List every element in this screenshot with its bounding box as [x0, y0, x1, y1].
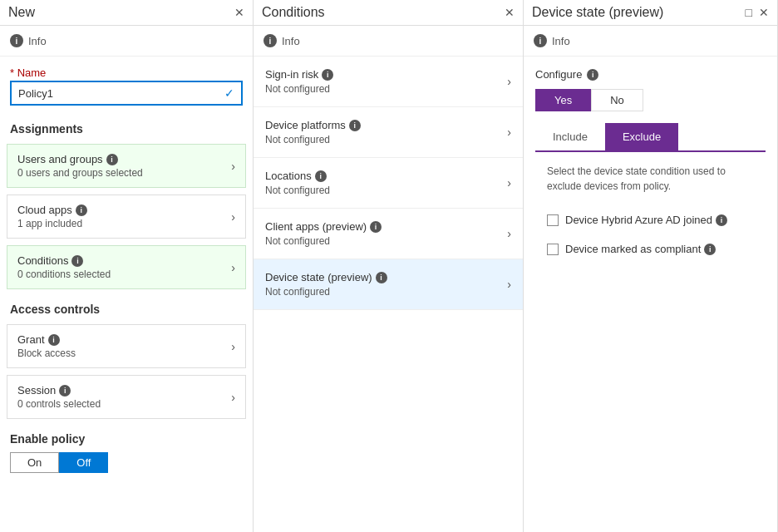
cloud-apps-info-icon[interactable]: i: [76, 204, 87, 216]
tab-include[interactable]: Include: [535, 123, 605, 150]
toggle-off-button[interactable]: Off: [59, 452, 108, 473]
left-panel: New ✕ i Info * Name Policy1 ✓ Assignment…: [0, 0, 254, 532]
conditions-sub: 0 conditions selected: [17, 268, 111, 280]
close-icon-middle[interactable]: ✕: [505, 6, 515, 19]
condition-title: Client apps (preview) i: [265, 220, 382, 233]
condition-row[interactable]: Locations i Not configured ›: [254, 158, 523, 209]
left-info-text: Info: [28, 35, 47, 47]
checkbox-label: Device Hybrid Azure AD joined i: [565, 214, 727, 226]
conditions-row[interactable]: Conditions i 0 conditions selected ›: [7, 245, 246, 289]
cloud-apps-row[interactable]: Cloud apps i 1 app included ›: [7, 195, 246, 239]
info-icon-right: i: [534, 34, 547, 47]
session-info-icon[interactable]: i: [59, 385, 71, 397]
no-button[interactable]: No: [591, 89, 643, 111]
middle-panel-title: Conditions: [262, 5, 325, 20]
yes-no-buttons: Yes No: [535, 89, 766, 111]
cloud-apps-content: Cloud apps i 1 app included: [17, 204, 87, 229]
conditions-title: Conditions i: [17, 254, 111, 267]
condition-chevron-icon: ›: [507, 75, 511, 88]
condition-sub: Not configured: [265, 185, 330, 196]
users-groups-title: Users and groups i: [17, 153, 143, 165]
checkbox-input[interactable]: [547, 244, 559, 255]
condition-title: Device state (preview) i: [265, 271, 387, 283]
condition-content: Client apps (preview) i Not configured: [265, 220, 382, 247]
configure-section: Configure i Yes No Include Exclude Selec…: [524, 57, 777, 275]
yes-button[interactable]: Yes: [535, 89, 591, 111]
tab-exclude[interactable]: Exclude: [605, 123, 678, 150]
condition-row[interactable]: Client apps (preview) i Not configured ›: [254, 209, 523, 259]
condition-info-icon[interactable]: i: [315, 170, 327, 182]
middle-info-text: Info: [282, 35, 300, 47]
name-input-value: Policy1: [18, 87, 53, 100]
maximize-icon[interactable]: □: [746, 6, 752, 19]
grant-sub: Block access: [17, 347, 76, 359]
condition-info-icon[interactable]: i: [322, 69, 333, 81]
session-chevron-icon: ›: [231, 391, 235, 404]
right-info-text: Info: [552, 35, 570, 47]
middle-panel: Conditions ✕ i Info Sign-in risk i Not c…: [254, 0, 524, 532]
users-groups-info-icon[interactable]: i: [106, 154, 118, 165]
condition-content: Device platforms i Not configured: [265, 119, 361, 145]
checkmark-icon: ✓: [224, 86, 234, 100]
users-groups-row[interactable]: Users and groups i 0 users and groups se…: [7, 144, 246, 188]
middle-info-bar: i Info: [254, 26, 523, 57]
condition-content: Device state (preview) i Not configured: [265, 271, 387, 298]
checkboxes-list: Device Hybrid Azure AD joined i Device m…: [535, 205, 766, 264]
condition-info-icon[interactable]: i: [370, 221, 382, 233]
close-icon[interactable]: ✕: [234, 6, 244, 19]
condition-chevron-icon: ›: [507, 278, 511, 291]
condition-chevron-icon: ›: [507, 176, 511, 190]
condition-chevron-icon: ›: [507, 126, 511, 139]
session-sub: 0 controls selected: [17, 398, 101, 410]
access-controls-header: Access controls: [0, 293, 253, 321]
grant-row[interactable]: Grant i Block access ›: [7, 324, 246, 368]
right-panel-header-icons: □ ✕: [746, 6, 769, 19]
users-groups-sub: 0 users and groups selected: [17, 167, 143, 179]
cloud-apps-title: Cloud apps i: [17, 204, 87, 216]
name-field-wrap: * Name Policy1 ✓: [0, 57, 253, 114]
condition-sub: Not configured: [265, 235, 382, 247]
condition-info-icon[interactable]: i: [376, 272, 387, 283]
right-panel-title: Device state (preview): [532, 5, 663, 20]
cloud-apps-sub: 1 app included: [17, 218, 87, 229]
checkbox-label: Device marked as compliant i: [565, 243, 716, 255]
grant-content: Grant i Block access: [17, 333, 76, 359]
grant-info-icon[interactable]: i: [48, 334, 60, 346]
condition-chevron-icon: ›: [507, 227, 511, 240]
left-panel-header: New ✕: [0, 0, 253, 26]
checkbox-info-icon[interactable]: i: [716, 214, 727, 226]
checkbox-info-icon[interactable]: i: [704, 244, 716, 255]
grant-chevron-icon: ›: [231, 340, 235, 353]
condition-row[interactable]: Device platforms i Not configured ›: [254, 107, 523, 158]
left-info-bar: i Info: [0, 26, 253, 57]
enable-policy-section: Enable policy On Off: [0, 422, 253, 483]
condition-row[interactable]: Device state (preview) i Not configured …: [254, 259, 523, 310]
condition-row[interactable]: Sign-in risk i Not configured ›: [254, 57, 523, 107]
checkbox-row: Device Hybrid Azure AD joined i: [535, 205, 766, 234]
users-groups-content: Users and groups i 0 users and groups se…: [17, 153, 143, 179]
name-input[interactable]: Policy1 ✓: [10, 81, 243, 106]
configure-info-icon[interactable]: i: [587, 69, 598, 81]
users-groups-chevron-icon: ›: [231, 160, 235, 173]
right-info-bar: i Info: [524, 26, 777, 57]
checkbox-input[interactable]: [547, 214, 559, 226]
checkbox-row: Device marked as compliant i: [535, 234, 766, 264]
conditions-chevron-icon: ›: [231, 261, 235, 274]
toggle-buttons: On Off: [10, 452, 243, 473]
condition-title: Device platforms i: [265, 119, 361, 131]
condition-sub: Not configured: [265, 286, 387, 298]
conditions-info-icon[interactable]: i: [71, 255, 83, 267]
left-panel-title: New: [8, 5, 35, 20]
session-row[interactable]: Session i 0 controls selected ›: [7, 375, 246, 419]
close-icon-right[interactable]: ✕: [759, 6, 769, 19]
condition-sub: Not configured: [265, 134, 361, 145]
toggle-on-button[interactable]: On: [10, 452, 59, 473]
name-label: * Name: [10, 66, 243, 79]
cloud-apps-chevron-icon: ›: [231, 210, 235, 224]
condition-info-icon[interactable]: i: [349, 120, 361, 131]
description-text: Select the device state condition used t…: [535, 164, 766, 205]
conditions-list: Sign-in risk i Not configured › Device p…: [254, 57, 523, 310]
info-icon-middle: i: [263, 34, 277, 47]
configure-label: Configure i: [535, 68, 766, 81]
grant-title: Grant i: [17, 333, 76, 346]
